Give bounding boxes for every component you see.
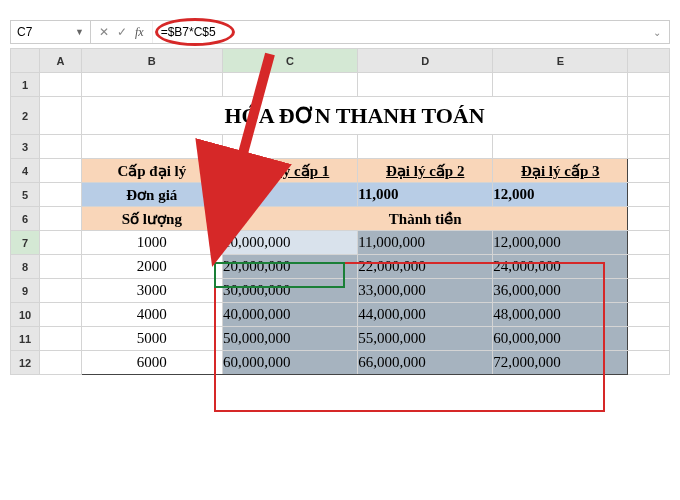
formula-bar-row: C7 ▼ ✕ ✓ fx =$B7*C$5 ⌄ — [10, 20, 670, 44]
qty-3[interactable]: 4000 — [81, 303, 222, 327]
name-box[interactable]: C7 ▼ — [11, 21, 91, 43]
title-cell[interactable]: HÓA ĐƠN THANH TOÁN — [81, 97, 628, 135]
col-header-B[interactable]: B — [81, 49, 222, 73]
formula-buttons: ✕ ✓ fx — [91, 21, 153, 43]
hdr-cap-dai-ly[interactable]: Cấp đại lý — [81, 159, 222, 183]
val-3-c1[interactable]: 40,000,000 — [223, 303, 358, 327]
formula-input[interactable]: =$B7*C$5 — [153, 21, 645, 43]
val-1-c1[interactable]: 20,000,000 — [223, 255, 358, 279]
select-all-corner[interactable] — [11, 49, 40, 73]
col-header-extra[interactable] — [628, 49, 670, 73]
row-header-11[interactable]: 11 — [11, 327, 40, 351]
val-4-c2[interactable]: 55,000,000 — [358, 327, 493, 351]
row-header-5[interactable]: 5 — [11, 183, 40, 207]
val-4-c1[interactable]: 50,000,000 — [223, 327, 358, 351]
qty-0[interactable]: 1000 — [81, 231, 222, 255]
row-header-1[interactable]: 1 — [11, 73, 40, 97]
expand-formula-icon[interactable]: ⌄ — [645, 27, 669, 38]
val-5-c3[interactable]: 72,000,000 — [493, 351, 628, 375]
col-header-E[interactable]: E — [493, 49, 628, 73]
cancel-icon[interactable]: ✕ — [99, 25, 109, 39]
label-so-luong[interactable]: Số lượng — [81, 207, 222, 231]
col-header-C[interactable]: C — [223, 49, 358, 73]
row-header-3[interactable]: 3 — [11, 135, 40, 159]
row-header-8[interactable]: 8 — [11, 255, 40, 279]
val-3-c3[interactable]: 48,000,000 — [493, 303, 628, 327]
chevron-down-icon[interactable]: ▼ — [75, 27, 84, 37]
row-header-6[interactable]: 6 — [11, 207, 40, 231]
row-header-12[interactable]: 12 — [11, 351, 40, 375]
label-thanh-tien[interactable]: Thành tiền — [223, 207, 628, 231]
price-c1[interactable]: 10,000 — [223, 183, 358, 207]
spreadsheet-grid[interactable]: A B C D E 1 2 HÓA ĐƠN THANH TOÁN 3 — [10, 48, 670, 375]
val-0-c3[interactable]: 12,000,000 — [493, 231, 628, 255]
row-header-10[interactable]: 10 — [11, 303, 40, 327]
hdr-dai-ly-1[interactable]: Đại lý cấp 1 — [223, 159, 358, 183]
row-header-4[interactable]: 4 — [11, 159, 40, 183]
formula-text: =$B7*C$5 — [161, 25, 216, 39]
row-header-2[interactable]: 2 — [11, 97, 40, 135]
row-header-7[interactable]: 7 — [11, 231, 40, 255]
qty-1[interactable]: 2000 — [81, 255, 222, 279]
val-0-c2[interactable]: 11,000,000 — [358, 231, 493, 255]
val-4-c3[interactable]: 60,000,000 — [493, 327, 628, 351]
price-c3[interactable]: 12,000 — [493, 183, 628, 207]
val-2-c2[interactable]: 33,000,000 — [358, 279, 493, 303]
qty-2[interactable]: 3000 — [81, 279, 222, 303]
val-0-c1[interactable]: 10,000,000 — [223, 231, 358, 255]
qty-5[interactable]: 6000 — [81, 351, 222, 375]
val-1-c3[interactable]: 24,000,000 — [493, 255, 628, 279]
hdr-dai-ly-2[interactable]: Đại lý cấp 2 — [358, 159, 493, 183]
val-5-c2[interactable]: 66,000,000 — [358, 351, 493, 375]
name-box-value: C7 — [17, 25, 32, 39]
val-5-c1[interactable]: 60,000,000 — [223, 351, 358, 375]
val-2-c1[interactable]: 30,000,000 — [223, 279, 358, 303]
val-1-c2[interactable]: 22,000,000 — [358, 255, 493, 279]
fx-icon[interactable]: fx — [135, 25, 144, 40]
row-header-9[interactable]: 9 — [11, 279, 40, 303]
val-2-c3[interactable]: 36,000,000 — [493, 279, 628, 303]
qty-4[interactable]: 5000 — [81, 327, 222, 351]
hdr-dai-ly-3[interactable]: Đại lý cấp 3 — [493, 159, 628, 183]
price-c2[interactable]: 11,000 — [358, 183, 493, 207]
val-3-c2[interactable]: 44,000,000 — [358, 303, 493, 327]
col-header-A[interactable]: A — [40, 49, 82, 73]
label-don-gia[interactable]: Đơn giá — [81, 183, 222, 207]
col-header-D[interactable]: D — [358, 49, 493, 73]
enter-icon[interactable]: ✓ — [117, 25, 127, 39]
